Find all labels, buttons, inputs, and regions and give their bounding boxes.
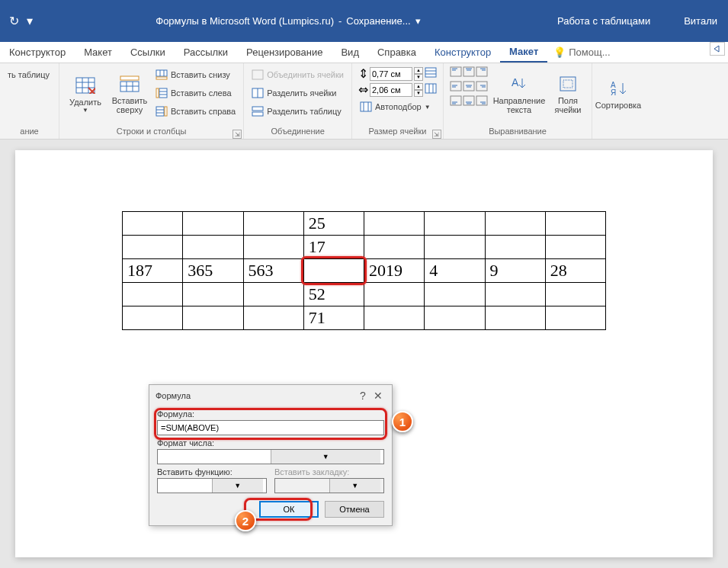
align-mc-icon[interactable]: [463, 81, 475, 95]
table-cell[interactable]: 187: [123, 259, 183, 283]
spin-up-icon[interactable]: ▲: [414, 67, 423, 74]
table-cell[interactable]: 563: [243, 259, 303, 283]
align-mr-icon[interactable]: [476, 81, 488, 95]
word-table[interactable]: 25 17 187365563 20194928 52 71: [122, 211, 606, 330]
ok-button[interactable]: ОК: [259, 501, 319, 518]
table-cell[interactable]: [183, 283, 243, 306]
row-height-input[interactable]: [370, 67, 412, 81]
text-direction-button[interactable]: A Направление текста: [492, 66, 546, 121]
refresh-icon[interactable]: ↻: [9, 14, 19, 28]
alignment-grid[interactable]: [450, 66, 488, 109]
table-cell-selected[interactable]: [303, 259, 364, 283]
tab-maket[interactable]: Макет: [75, 42, 121, 63]
align-ml-icon[interactable]: [450, 81, 462, 95]
rows-cols-launcher[interactable]: ⇲: [233, 130, 242, 139]
merge-icon: [252, 69, 264, 81]
formula-input[interactable]: [157, 420, 384, 435]
row-height-control[interactable]: ⇕ ▲▼: [358, 66, 437, 81]
table-cell[interactable]: [243, 306, 303, 330]
table-cell[interactable]: [425, 283, 485, 306]
distribute-cols-icon[interactable]: [425, 83, 437, 97]
align-tl-icon[interactable]: [450, 66, 462, 80]
insert-below-icon: [156, 69, 168, 81]
table-cell[interactable]: 71: [303, 306, 364, 330]
tab-ssylki[interactable]: Ссылки: [121, 42, 175, 63]
spin-down-icon[interactable]: ▼: [414, 90, 423, 97]
table-cell[interactable]: [485, 212, 545, 236]
spin-up-icon[interactable]: ▲: [414, 83, 423, 90]
table-cell[interactable]: [243, 236, 303, 259]
tab-table-layout[interactable]: Макет: [500, 42, 547, 63]
cancel-button[interactable]: Отмена: [325, 501, 384, 518]
table-cell[interactable]: 4: [425, 259, 485, 283]
help-icon[interactable]: ?: [355, 390, 370, 402]
align-br-icon[interactable]: [476, 95, 488, 109]
table-cell[interactable]: [123, 212, 183, 236]
table-cell[interactable]: [243, 212, 303, 236]
align-bl-icon[interactable]: [450, 95, 462, 109]
table-cell[interactable]: [183, 306, 243, 330]
close-icon[interactable]: ✕: [370, 390, 386, 402]
split-cells-button[interactable]: Разделить ячейки: [250, 85, 345, 101]
tab-konstruktor[interactable]: Конструктор: [0, 42, 75, 63]
cell-margins-button[interactable]: Поля ячейки: [550, 66, 585, 121]
align-bc-icon[interactable]: [463, 95, 475, 109]
number-format-combo[interactable]: ▼: [157, 449, 384, 464]
align-tr-icon[interactable]: [476, 66, 488, 80]
table-cell[interactable]: [123, 283, 183, 306]
table-cell[interactable]: 9: [485, 259, 545, 283]
autofit-button[interactable]: Автоподбор ▼: [358, 98, 437, 115]
delete-button[interactable]: Удалить▼: [66, 66, 105, 121]
insert-left-button[interactable]: Вставить слева: [154, 85, 237, 101]
tab-table-design[interactable]: Конструктор: [425, 42, 500, 63]
col-width-control[interactable]: ⇔ ▲▼: [358, 82, 437, 97]
table-cell[interactable]: [425, 236, 485, 259]
table-cell[interactable]: 25: [303, 212, 364, 236]
table-cell[interactable]: [425, 306, 485, 330]
table-cell[interactable]: [545, 306, 605, 330]
draw-table-button[interactable]: ть таблицу: [6, 66, 51, 83]
document-area: 25 17 187365563 20194928 52 71 Формула ?: [0, 140, 728, 568]
table-cell[interactable]: [243, 283, 303, 306]
tab-review[interactable]: Рецензирование: [237, 42, 332, 63]
tab-help[interactable]: Справка: [368, 42, 425, 63]
split-table-button[interactable]: Разделить таблицу: [250, 103, 345, 120]
tab-rassylki[interactable]: Рассылки: [175, 42, 237, 63]
selection-highlight: [301, 256, 367, 285]
table-cell[interactable]: [485, 306, 545, 330]
tab-view[interactable]: Вид: [332, 42, 368, 63]
table-cell[interactable]: [364, 283, 425, 306]
table-cell[interactable]: [545, 236, 605, 259]
cell-size-launcher[interactable]: ⇲: [432, 130, 441, 139]
spin-down-icon[interactable]: ▼: [414, 74, 423, 81]
table-cell[interactable]: [123, 236, 183, 259]
insert-below-button[interactable]: Вставить снизу: [154, 66, 237, 83]
tell-me[interactable]: 💡 Помощ...: [553, 42, 610, 63]
sort-button[interactable]: АЯ Сортировка: [598, 66, 638, 121]
dialog-titlebar[interactable]: Формула ? ✕: [149, 385, 392, 406]
table-cell[interactable]: [123, 306, 183, 330]
table-cell[interactable]: 52: [303, 283, 364, 306]
table-cell[interactable]: 28: [545, 259, 605, 283]
table-cell[interactable]: 365: [183, 259, 243, 283]
insert-right-button[interactable]: Вставить справа: [154, 103, 237, 120]
insert-function-combo[interactable]: ▼: [157, 478, 267, 493]
insert-above-button[interactable]: Вставить сверху: [110, 66, 149, 121]
share-button[interactable]: [710, 42, 725, 56]
table-cell[interactable]: 17: [303, 236, 364, 259]
table-cell[interactable]: [485, 283, 545, 306]
dropdown-icon[interactable]: ▾: [27, 14, 33, 28]
table-cell[interactable]: [364, 236, 425, 259]
table-cell[interactable]: [183, 236, 243, 259]
table-cell[interactable]: [364, 212, 425, 236]
table-cell[interactable]: [183, 212, 243, 236]
table-cell[interactable]: [545, 283, 605, 306]
col-width-input[interactable]: [370, 83, 412, 97]
align-tc-icon[interactable]: [463, 66, 475, 80]
distribute-rows-icon[interactable]: [425, 67, 437, 81]
table-cell[interactable]: [545, 212, 605, 236]
table-cell[interactable]: [364, 306, 425, 330]
table-cell[interactable]: 2019: [364, 259, 425, 283]
table-cell[interactable]: [425, 212, 485, 236]
table-cell[interactable]: [485, 236, 545, 259]
